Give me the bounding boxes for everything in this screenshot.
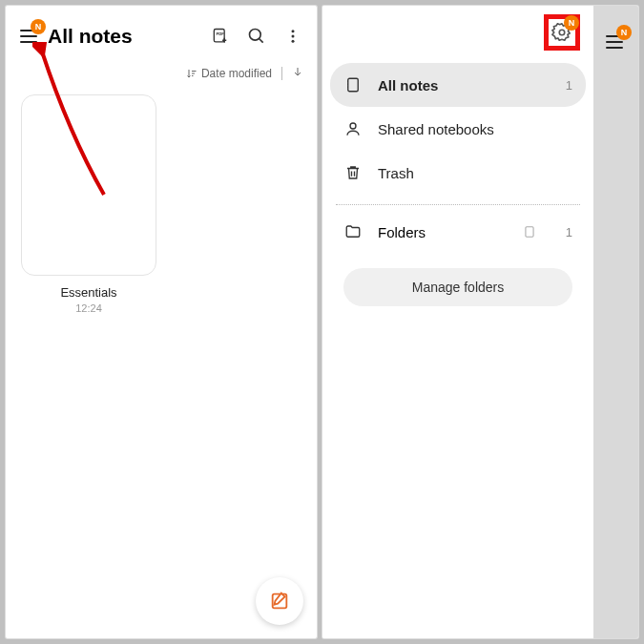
notebook-icon: [522, 224, 537, 239]
menu-item-all-notes[interactable]: All notes 1: [330, 63, 586, 107]
notification-badge: N: [31, 19, 46, 34]
background-menu-button[interactable]: N: [601, 29, 628, 55]
menu-button[interactable]: N: [15, 23, 42, 50]
menu-item-trash[interactable]: Trash: [330, 151, 586, 195]
menu-count: 1: [566, 225, 572, 239]
sort-icon: [186, 68, 197, 79]
menu-item-shared[interactable]: Shared notebooks: [330, 107, 586, 151]
sort-button[interactable]: Date modified: [186, 67, 272, 80]
menu-label: Shared notebooks: [378, 121, 572, 137]
topbar-actions: PDF: [210, 26, 309, 47]
svg-point-9: [350, 123, 356, 129]
notification-badge: N: [616, 25, 632, 40]
svg-point-5: [292, 40, 295, 43]
folder-icon: [343, 222, 363, 241]
navigation-drawer: N All notes 1 Shared notebooks: [322, 6, 593, 638]
sort-bar: Date modified: [6, 61, 317, 91]
drawer-header: N: [322, 6, 593, 59]
svg-point-7: [559, 30, 565, 35]
note-card[interactable]: [21, 94, 156, 276]
menu-item-folders[interactable]: Folders 1: [322, 211, 593, 253]
note-timestamp: 12:24: [21, 302, 156, 314]
more-options-button[interactable]: [282, 26, 303, 47]
arrow-down-icon: [292, 65, 303, 78]
svg-text:PDF: PDF: [216, 31, 224, 36]
manage-folders-button[interactable]: Manage folders: [343, 268, 572, 306]
page-title: All notes: [48, 25, 210, 48]
compose-button[interactable]: [256, 577, 303, 625]
pdf-export-button[interactable]: PDF: [210, 26, 231, 47]
menu-label: Folders: [378, 224, 507, 240]
settings-badge: N: [564, 15, 579, 31]
note-title: Essentials: [21, 285, 156, 300]
svg-point-4: [292, 35, 295, 38]
svg-point-2: [250, 30, 261, 41]
menu-label: All notes: [378, 77, 551, 93]
settings-highlight: N: [544, 14, 580, 51]
svg-rect-8: [348, 78, 359, 92]
drawer-screen: N All notes 1 Shared notebooks: [322, 6, 638, 638]
topbar: N All notes PDF: [6, 6, 317, 61]
search-button[interactable]: [246, 26, 267, 47]
person-icon: [343, 119, 363, 138]
notes-grid: Essentials 12:24: [6, 91, 317, 318]
compose-icon: [269, 591, 290, 612]
menu-label: Trash: [378, 165, 572, 181]
trash-icon: [343, 163, 363, 182]
divider: [336, 204, 580, 205]
main-screen: N All notes PDF: [6, 6, 317, 638]
notes-icon: [343, 75, 363, 94]
svg-rect-10: [526, 227, 533, 238]
sort-direction-button[interactable]: [292, 65, 303, 81]
divider: [281, 67, 282, 80]
svg-point-3: [292, 30, 295, 32]
drawer-menu: All notes 1 Shared notebooks Trash: [322, 59, 593, 198]
background-peek: N: [593, 6, 638, 638]
sort-label-text: Date modified: [201, 67, 272, 80]
settings-button[interactable]: N: [551, 21, 573, 44]
menu-count: 1: [566, 78, 572, 93]
